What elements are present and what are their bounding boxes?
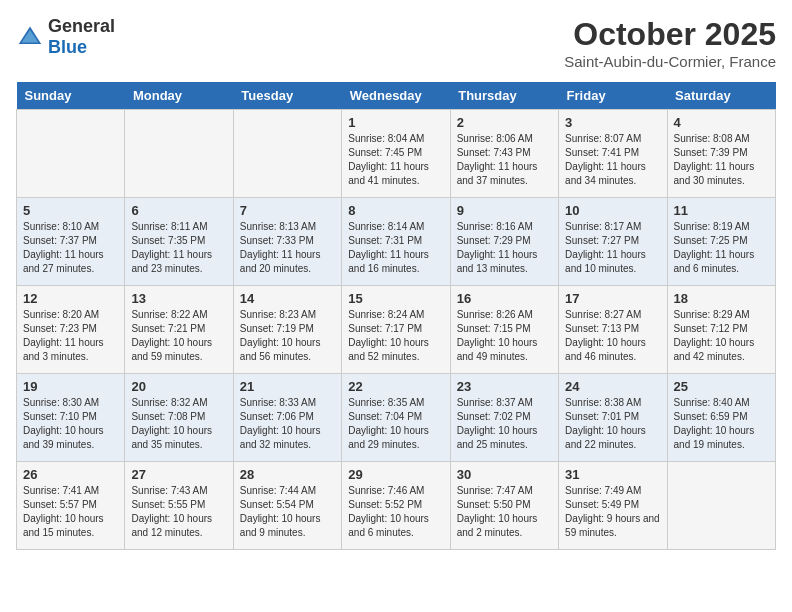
calendar-cell: 22Sunrise: 8:35 AMSunset: 7:04 PMDayligh… — [342, 374, 450, 462]
cell-info: Sunrise: 7:44 AMSunset: 5:54 PMDaylight:… — [240, 484, 335, 540]
cell-info: Sunrise: 8:13 AMSunset: 7:33 PMDaylight:… — [240, 220, 335, 276]
calendar-cell: 11Sunrise: 8:19 AMSunset: 7:25 PMDayligh… — [667, 198, 775, 286]
cell-info: Sunrise: 8:08 AMSunset: 7:39 PMDaylight:… — [674, 132, 769, 188]
logo-general: General — [48, 16, 115, 36]
day-number: 29 — [348, 467, 443, 482]
calendar-cell: 28Sunrise: 7:44 AMSunset: 5:54 PMDayligh… — [233, 462, 341, 550]
cell-info: Sunrise: 7:49 AMSunset: 5:49 PMDaylight:… — [565, 484, 660, 540]
weekday-header-row: SundayMondayTuesdayWednesdayThursdayFrid… — [17, 82, 776, 110]
day-number: 26 — [23, 467, 118, 482]
calendar-cell — [17, 110, 125, 198]
cell-info: Sunrise: 7:47 AMSunset: 5:50 PMDaylight:… — [457, 484, 552, 540]
cell-info: Sunrise: 8:22 AMSunset: 7:21 PMDaylight:… — [131, 308, 226, 364]
day-number: 22 — [348, 379, 443, 394]
cell-info: Sunrise: 8:14 AMSunset: 7:31 PMDaylight:… — [348, 220, 443, 276]
day-number: 1 — [348, 115, 443, 130]
calendar-cell: 27Sunrise: 7:43 AMSunset: 5:55 PMDayligh… — [125, 462, 233, 550]
day-number: 6 — [131, 203, 226, 218]
calendar-cell — [233, 110, 341, 198]
weekday-header: Friday — [559, 82, 667, 110]
weekday-header: Saturday — [667, 82, 775, 110]
cell-info: Sunrise: 8:04 AMSunset: 7:45 PMDaylight:… — [348, 132, 443, 188]
day-number: 10 — [565, 203, 660, 218]
month-title: October 2025 — [564, 16, 776, 53]
weekday-header: Sunday — [17, 82, 125, 110]
cell-info: Sunrise: 8:30 AMSunset: 7:10 PMDaylight:… — [23, 396, 118, 452]
cell-info: Sunrise: 7:41 AMSunset: 5:57 PMDaylight:… — [23, 484, 118, 540]
calendar-cell: 26Sunrise: 7:41 AMSunset: 5:57 PMDayligh… — [17, 462, 125, 550]
cell-info: Sunrise: 8:33 AMSunset: 7:06 PMDaylight:… — [240, 396, 335, 452]
day-number: 30 — [457, 467, 552, 482]
calendar-cell: 1Sunrise: 8:04 AMSunset: 7:45 PMDaylight… — [342, 110, 450, 198]
calendar-cell: 6Sunrise: 8:11 AMSunset: 7:35 PMDaylight… — [125, 198, 233, 286]
cell-info: Sunrise: 8:32 AMSunset: 7:08 PMDaylight:… — [131, 396, 226, 452]
cell-info: Sunrise: 8:06 AMSunset: 7:43 PMDaylight:… — [457, 132, 552, 188]
calendar-week-row: 19Sunrise: 8:30 AMSunset: 7:10 PMDayligh… — [17, 374, 776, 462]
day-number: 16 — [457, 291, 552, 306]
weekday-header: Wednesday — [342, 82, 450, 110]
calendar-table: SundayMondayTuesdayWednesdayThursdayFrid… — [16, 82, 776, 550]
calendar-cell: 20Sunrise: 8:32 AMSunset: 7:08 PMDayligh… — [125, 374, 233, 462]
day-number: 2 — [457, 115, 552, 130]
calendar-cell — [667, 462, 775, 550]
day-number: 28 — [240, 467, 335, 482]
day-number: 18 — [674, 291, 769, 306]
calendar-cell: 14Sunrise: 8:23 AMSunset: 7:19 PMDayligh… — [233, 286, 341, 374]
calendar-cell: 5Sunrise: 8:10 AMSunset: 7:37 PMDaylight… — [17, 198, 125, 286]
cell-info: Sunrise: 8:19 AMSunset: 7:25 PMDaylight:… — [674, 220, 769, 276]
cell-info: Sunrise: 8:20 AMSunset: 7:23 PMDaylight:… — [23, 308, 118, 364]
calendar-cell: 7Sunrise: 8:13 AMSunset: 7:33 PMDaylight… — [233, 198, 341, 286]
cell-info: Sunrise: 8:10 AMSunset: 7:37 PMDaylight:… — [23, 220, 118, 276]
calendar-cell: 17Sunrise: 8:27 AMSunset: 7:13 PMDayligh… — [559, 286, 667, 374]
calendar-cell: 21Sunrise: 8:33 AMSunset: 7:06 PMDayligh… — [233, 374, 341, 462]
weekday-header: Monday — [125, 82, 233, 110]
cell-info: Sunrise: 8:23 AMSunset: 7:19 PMDaylight:… — [240, 308, 335, 364]
day-number: 13 — [131, 291, 226, 306]
cell-info: Sunrise: 7:46 AMSunset: 5:52 PMDaylight:… — [348, 484, 443, 540]
calendar-cell: 23Sunrise: 8:37 AMSunset: 7:02 PMDayligh… — [450, 374, 558, 462]
calendar-cell: 8Sunrise: 8:14 AMSunset: 7:31 PMDaylight… — [342, 198, 450, 286]
day-number: 4 — [674, 115, 769, 130]
day-number: 24 — [565, 379, 660, 394]
calendar-week-row: 26Sunrise: 7:41 AMSunset: 5:57 PMDayligh… — [17, 462, 776, 550]
calendar-cell: 3Sunrise: 8:07 AMSunset: 7:41 PMDaylight… — [559, 110, 667, 198]
location-subtitle: Saint-Aubin-du-Cormier, France — [564, 53, 776, 70]
cell-info: Sunrise: 8:35 AMSunset: 7:04 PMDaylight:… — [348, 396, 443, 452]
calendar-cell: 18Sunrise: 8:29 AMSunset: 7:12 PMDayligh… — [667, 286, 775, 374]
cell-info: Sunrise: 8:37 AMSunset: 7:02 PMDaylight:… — [457, 396, 552, 452]
calendar-week-row: 1Sunrise: 8:04 AMSunset: 7:45 PMDaylight… — [17, 110, 776, 198]
calendar-cell: 15Sunrise: 8:24 AMSunset: 7:17 PMDayligh… — [342, 286, 450, 374]
calendar-cell: 30Sunrise: 7:47 AMSunset: 5:50 PMDayligh… — [450, 462, 558, 550]
cell-info: Sunrise: 8:16 AMSunset: 7:29 PMDaylight:… — [457, 220, 552, 276]
day-number: 27 — [131, 467, 226, 482]
day-number: 23 — [457, 379, 552, 394]
day-number: 11 — [674, 203, 769, 218]
day-number: 12 — [23, 291, 118, 306]
title-block: October 2025 Saint-Aubin-du-Cormier, Fra… — [564, 16, 776, 70]
day-number: 9 — [457, 203, 552, 218]
calendar-cell: 4Sunrise: 8:08 AMSunset: 7:39 PMDaylight… — [667, 110, 775, 198]
calendar-cell: 16Sunrise: 8:26 AMSunset: 7:15 PMDayligh… — [450, 286, 558, 374]
calendar-week-row: 12Sunrise: 8:20 AMSunset: 7:23 PMDayligh… — [17, 286, 776, 374]
cell-info: Sunrise: 8:17 AMSunset: 7:27 PMDaylight:… — [565, 220, 660, 276]
weekday-header: Thursday — [450, 82, 558, 110]
day-number: 20 — [131, 379, 226, 394]
cell-info: Sunrise: 8:29 AMSunset: 7:12 PMDaylight:… — [674, 308, 769, 364]
day-number: 15 — [348, 291, 443, 306]
cell-info: Sunrise: 8:40 AMSunset: 6:59 PMDaylight:… — [674, 396, 769, 452]
logo-blue: Blue — [48, 37, 87, 57]
day-number: 31 — [565, 467, 660, 482]
day-number: 17 — [565, 291, 660, 306]
cell-info: Sunrise: 8:24 AMSunset: 7:17 PMDaylight:… — [348, 308, 443, 364]
day-number: 21 — [240, 379, 335, 394]
calendar-cell: 31Sunrise: 7:49 AMSunset: 5:49 PMDayligh… — [559, 462, 667, 550]
calendar-week-row: 5Sunrise: 8:10 AMSunset: 7:37 PMDaylight… — [17, 198, 776, 286]
weekday-header: Tuesday — [233, 82, 341, 110]
calendar-cell: 19Sunrise: 8:30 AMSunset: 7:10 PMDayligh… — [17, 374, 125, 462]
cell-info: Sunrise: 7:43 AMSunset: 5:55 PMDaylight:… — [131, 484, 226, 540]
calendar-cell: 9Sunrise: 8:16 AMSunset: 7:29 PMDaylight… — [450, 198, 558, 286]
day-number: 14 — [240, 291, 335, 306]
day-number: 5 — [23, 203, 118, 218]
logo: General Blue — [16, 16, 115, 58]
page-header: General Blue October 2025 Saint-Aubin-du… — [16, 16, 776, 70]
